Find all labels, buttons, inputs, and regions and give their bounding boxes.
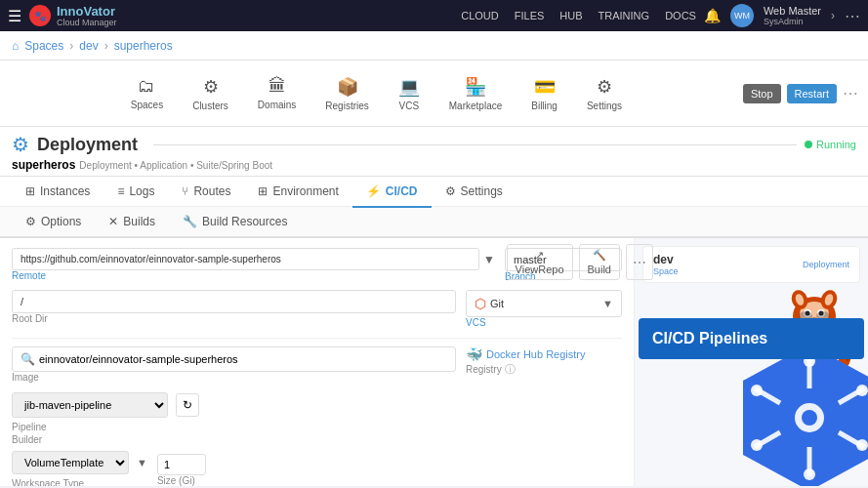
refresh-button[interactable]: ↻	[176, 393, 199, 417]
logs-label: Logs	[129, 184, 154, 198]
registry-text: Docker Hub Registry	[486, 348, 585, 360]
search-icon: 🔍	[21, 352, 35, 366]
cicd-banner: CI/CD Pipelines	[639, 318, 864, 359]
build-button[interactable]: 🔨 Build	[579, 244, 620, 280]
divider1	[12, 338, 622, 339]
iconbar-vcs[interactable]: 💻VCS	[385, 70, 434, 117]
svg-point-29	[856, 385, 868, 396]
cicd-label: CI/CD	[386, 184, 418, 198]
image-field: 🔍 Image	[12, 346, 456, 385]
k8s-svg	[731, 340, 868, 486]
registry-info-icon[interactable]: ⓘ	[505, 362, 516, 377]
space-label: Space	[653, 266, 679, 276]
remote-label: Remote	[12, 270, 495, 281]
iconbar-registries[interactable]: 📦Registries	[311, 70, 382, 117]
more-options-button[interactable]: ⋯	[626, 244, 653, 280]
iconbar-more-button[interactable]: ⋯	[843, 84, 858, 102]
breadcrumb-spaces[interactable]: Spaces	[24, 39, 63, 53]
tab-instances[interactable]: ⊞ Instances	[12, 177, 103, 208]
deployment-header: ⚙ Deployment Running superheros Deployme…	[0, 127, 868, 177]
iconbar-marketplace[interactable]: 🏪Marketplace	[435, 70, 516, 117]
svg-point-17	[802, 410, 817, 426]
hamburger-icon[interactable]: ☰	[8, 7, 21, 25]
content-action-buttons: ↗ ViewRepo 🔨 Build ⋯	[507, 244, 653, 280]
icon-bar: 🗂Spaces ⚙Clusters 🏛Domains 📦Registries 💻…	[0, 61, 868, 127]
dev-name: dev	[653, 253, 679, 266]
right-area: 🔔 WM Web Master SysAdmin › ⋯	[704, 4, 860, 27]
page-wrapper: ⚙ Deployment Running superheros Deployme…	[0, 127, 868, 488]
viewrepo-button[interactable]: ↗ ViewRepo	[507, 244, 573, 280]
iconbar-settings[interactable]: ⚙Settings	[573, 70, 636, 117]
icon-bar-items: 🗂Spaces ⚙Clusters 🏛Domains 📦Registries 💻…	[10, 70, 743, 117]
vcs-field: ⬡ Git ▼ VCS	[466, 290, 622, 330]
pipeline-row: jib-maven-pipeline ↻	[12, 392, 622, 418]
nav-files[interactable]: FILES	[515, 10, 545, 21]
user-role: SysAdmin	[764, 17, 821, 26]
remote-dropdown-icon[interactable]: ▼	[483, 253, 495, 266]
remote-field: ▼ Remote	[12, 248, 495, 284]
nav-cloud[interactable]: CLOUD	[461, 10, 499, 21]
nav-docs[interactable]: DOCS	[665, 10, 696, 21]
running-badge: Running	[805, 139, 856, 150]
image-input[interactable]	[39, 353, 447, 365]
app-info: superheros Deployment • Application • Su…	[12, 158, 856, 172]
breadcrumb-sep2: ›	[104, 39, 108, 53]
stop-button[interactable]: Stop	[743, 84, 781, 103]
tab-builds[interactable]: ✕ Builds	[95, 207, 169, 238]
image-label: Image	[12, 372, 456, 383]
vcs-label: VCS	[466, 317, 622, 328]
pipeline-section: jib-maven-pipeline ↻ Pipeline Builder	[12, 392, 622, 445]
routes-label: Routes	[193, 184, 230, 198]
tab-settings[interactable]: ⚙ Settings	[432, 177, 517, 208]
more-menu-button[interactable]: ⋯	[845, 7, 860, 25]
user-avatar[interactable]: WM	[730, 4, 754, 27]
logo-area: 🐾 InnoVator Cloud Manager	[29, 5, 453, 27]
tabs-row1: ⊞ Instances ≡ Logs ⑂ Routes ⊞ Environmen…	[0, 177, 868, 207]
top-nav: ☰ 🐾 InnoVator Cloud Manager CLOUD FILES …	[0, 0, 868, 31]
tab-logs[interactable]: ≡ Logs	[103, 177, 168, 208]
home-icon[interactable]: ⌂	[12, 39, 19, 53]
iconbar-clusters[interactable]: ⚙Clusters	[179, 70, 242, 117]
vcs-dropdown-icon[interactable]: ▼	[602, 298, 613, 309]
right-illustration-panel: dev Space Deployment	[634, 238, 868, 486]
cicd-content: ↗ ViewRepo 🔨 Build ⋯ ▼	[0, 238, 868, 486]
tab-options[interactable]: ⚙ Options	[12, 207, 95, 238]
remote-input[interactable]	[12, 248, 479, 270]
options-icon: ⚙	[25, 215, 36, 228]
breadcrumb-dev[interactable]: dev	[79, 39, 98, 53]
size-label: Size (Gi)	[157, 475, 216, 486]
rootdir-input[interactable]	[12, 290, 456, 313]
breadcrumb-sep1: ›	[69, 39, 73, 53]
bell-icon[interactable]: 🔔	[704, 8, 721, 23]
viewrepo-icon: ↗	[535, 249, 544, 262]
size-field: Size (Gi)	[157, 454, 216, 486]
iconbar-spaces[interactable]: 🗂Spaces	[117, 70, 177, 116]
running-dot	[805, 141, 812, 148]
environment-label: Environment	[272, 184, 338, 198]
tab-environment[interactable]: ⊞ Environment	[244, 177, 351, 208]
tab-build-resources[interactable]: 🔧 Build Resources	[169, 207, 301, 238]
app-name: superheros	[12, 158, 75, 172]
environment-icon: ⊞	[258, 184, 268, 198]
docker-icon: 🐳	[466, 346, 482, 362]
iconbar-billing[interactable]: 💳Billing	[517, 70, 571, 117]
nav-hub[interactable]: HUB	[559, 10, 582, 21]
breadcrumb-app[interactable]: superheros	[114, 39, 173, 53]
build-resources-icon: 🔧	[183, 215, 197, 228]
nav-training[interactable]: TRAINING	[599, 10, 650, 21]
instances-icon: ⊞	[25, 184, 35, 198]
builds-label: Builds	[123, 215, 155, 228]
volume-field: VolumeTemplate ▼ Workspace Type	[12, 451, 147, 486]
volume-dropdown[interactable]: ▼	[137, 457, 147, 468]
tab-cicd[interactable]: ⚡ CI/CD	[352, 177, 432, 208]
pipeline-select[interactable]: jib-maven-pipeline	[12, 392, 168, 418]
iconbar-domains[interactable]: 🏛Domains	[244, 70, 310, 116]
nav-chevron[interactable]: ›	[831, 9, 835, 22]
tab-routes[interactable]: ⑂ Routes	[168, 177, 244, 208]
restart-button[interactable]: Restart	[787, 84, 837, 103]
deployment-icon: ⚙	[12, 133, 29, 156]
registry-field: 🐳 Docker Hub Registry Registry ⓘ	[466, 346, 622, 385]
registry-value: 🐳 Docker Hub Registry	[466, 346, 622, 362]
size-input[interactable]	[157, 454, 206, 475]
volume-select[interactable]: VolumeTemplate	[12, 451, 129, 474]
